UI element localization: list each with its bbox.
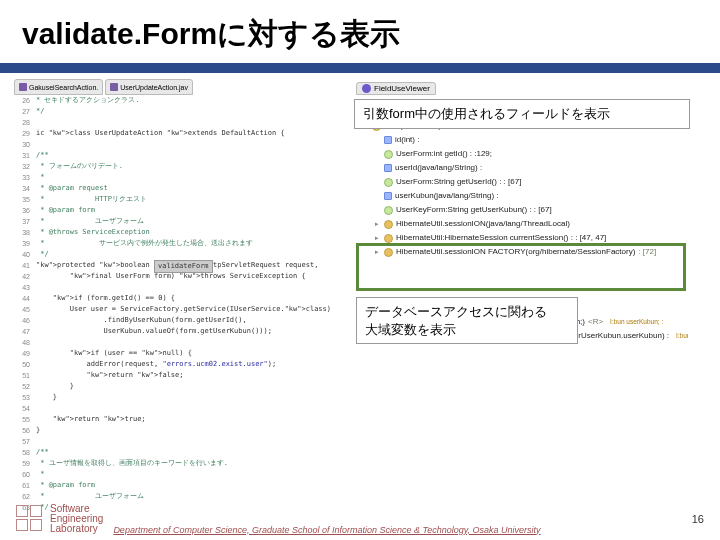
tab-label: GakuseiSearchAction. [29,84,98,91]
tree-item[interactable]: userKubun(java/lang/String) : [360,189,688,203]
member-icon [384,206,393,215]
footer: Software Engineering Laboratory Departme… [0,504,720,534]
code-body[interactable]: * セキドするアクションクラス. */ ic "kw">class UserUp… [36,95,350,479]
callout-line2: 大域変数を表示 [365,321,569,339]
class-icon [384,220,393,229]
logo-text: Software Engineering Laboratory [50,504,103,534]
tree-item[interactable]: UserForm:int getId() : :129; [360,147,688,161]
member-icon [384,150,393,159]
line-number-gutter: 2627282930313233343536373839404142434445… [14,95,34,479]
title-underline [0,63,720,73]
highlighted-method: validateForm [154,260,213,273]
callout-line1: データベースアクセスに関わる [365,303,569,321]
tree-item[interactable]: UserForm:String getUserId() : : [67] [360,175,688,189]
callout-form-fields: 引数form中の使用されるフィールドを表示 [354,99,690,129]
logo-mark-icon [16,505,44,533]
java-file-icon [19,83,27,91]
tree-item-db[interactable]: ▸HibernateUtil.sessionION(java/lang/Thre… [360,217,688,231]
highlight-box-db [356,243,686,291]
editor-tabs: GakuseiSearchAction. UserUpdateAction.ja… [14,79,350,95]
callout-db-access: データベースアクセスに関わる 大域変数を表示 [356,297,578,344]
dot-icon [362,84,371,93]
member-icon [384,136,392,144]
page-number: 16 [692,513,704,525]
code-editor-pane: GakuseiSearchAction. UserUpdateAction.ja… [14,79,350,479]
tree-item[interactable]: UserKeyForm:String getUserKubun() : : [6… [360,203,688,217]
tab-userupdate[interactable]: UserUpdateAction.jav [105,79,193,95]
member-icon [384,192,392,200]
brand-line: Laboratory [50,524,103,534]
class-icon [384,234,393,243]
slide-title: validate.Formに対する表示 [0,0,720,63]
lab-logo: Software Engineering Laboratory [16,504,103,534]
field-viewer-pane: FieldUseViewer 引数form中の使用されるフィールドを表示 ▸fo… [356,79,692,479]
tab-label: UserUpdateAction.jav [120,84,188,91]
tab-label: FieldUseViewer [374,84,430,93]
tab-fieldviewer[interactable]: FieldUseViewer [356,82,436,95]
tree-item[interactable]: id(int) : [360,133,688,147]
java-file-icon [110,83,118,91]
footer-caption: Department of Computer Science, Graduate… [113,525,540,535]
tab-gakusei[interactable]: GakuseiSearchAction. [14,79,103,95]
tree-item[interactable]: userId(java/lang/String) : [360,161,688,175]
footer-divider: Department of Computer Science, Graduate… [113,519,669,520]
member-icon [384,164,392,172]
content-area: GakuseiSearchAction. UserUpdateAction.ja… [0,79,720,479]
member-icon [384,178,393,187]
